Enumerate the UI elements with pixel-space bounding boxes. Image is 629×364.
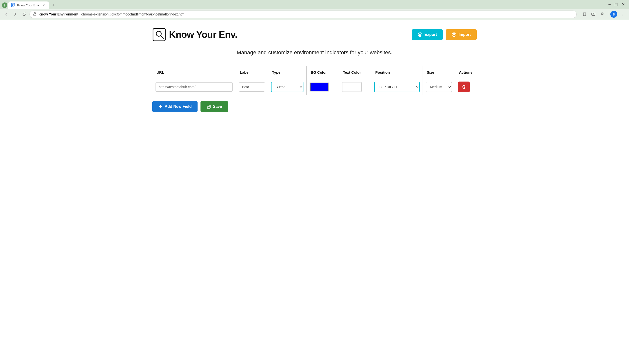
svg-rect-18	[207, 107, 210, 108]
action-buttons: Add New Field Save	[152, 101, 477, 112]
table-row: Button Banner Badge TOP RIGHT TOP LEFT B…	[153, 79, 477, 95]
tab-bar: Know Your Env. × + − □ ✕	[0, 0, 629, 9]
header-actions: Actions	[455, 66, 476, 79]
header-buttons: Export Import	[412, 29, 477, 40]
table-header-row: URL Label Type BG Color Text Color Posit…	[153, 66, 477, 79]
page-content: Know Your Env. Export Import M	[143, 20, 486, 120]
svg-rect-17	[208, 105, 209, 106]
toolbar-divider	[608, 11, 608, 17]
svg-point-6	[622, 13, 622, 13]
textcolor-cell	[339, 79, 371, 95]
export-button[interactable]: Export	[412, 29, 443, 40]
save-icon	[206, 104, 211, 109]
svg-point-5	[593, 14, 594, 15]
label-input[interactable]	[239, 82, 265, 92]
header-position: Position	[371, 66, 423, 79]
back-button[interactable]	[3, 11, 10, 18]
position-cell: TOP RIGHT TOP LEFT BOTTOM RIGHT BOTTOM L…	[371, 79, 423, 95]
browser-chrome: Know Your Env. × + − □ ✕ Know Your Envir…	[0, 0, 629, 20]
svg-line-11	[161, 36, 163, 38]
header-url: URL	[153, 66, 236, 79]
active-tab[interactable]: Know Your Env. ×	[8, 1, 49, 9]
url-input[interactable]	[156, 82, 233, 92]
export-icon	[418, 32, 423, 37]
svg-rect-3	[34, 14, 36, 16]
actions-cell	[455, 79, 476, 95]
app-logo	[152, 28, 166, 41]
forward-button[interactable]	[12, 11, 19, 18]
page-header: Know Your Env. Export Import	[152, 28, 477, 41]
size-select[interactable]: Small Medium Large	[426, 82, 452, 92]
type-cell: Button Banner Badge	[268, 79, 307, 95]
env-table: URL Label Type BG Color Text Color Posit…	[152, 66, 477, 95]
trash-icon	[462, 85, 466, 89]
import-button[interactable]: Import	[446, 29, 477, 40]
delete-button[interactable]	[458, 82, 470, 92]
tab-title: Know Your Env.	[17, 3, 39, 7]
export-label: Export	[425, 32, 437, 37]
bookmark-button[interactable]	[581, 10, 589, 18]
header-label: Label	[236, 66, 268, 79]
close-button[interactable]: ✕	[621, 2, 625, 7]
label-cell	[236, 79, 268, 95]
url-cell	[153, 79, 236, 95]
bgcolor-cell	[307, 79, 339, 95]
header-type: Type	[268, 66, 307, 79]
svg-line-2	[14, 6, 14, 6]
bgcolor-picker[interactable]	[310, 82, 329, 92]
address-text: Know Your Environment chrome-extension:/…	[39, 12, 573, 16]
page-subtitle: Manage and customize environment indicat…	[152, 49, 477, 56]
extensions-button[interactable]	[598, 10, 606, 18]
minimize-button[interactable]: −	[608, 2, 611, 7]
svg-point-7	[622, 14, 622, 14]
app-title: Know Your Env.	[169, 29, 237, 40]
svg-point-1	[13, 4, 14, 6]
screenshot-button[interactable]	[590, 10, 597, 18]
svg-point-8	[622, 15, 622, 16]
address-bar-row: Know Your Environment chrome-extension:/…	[0, 9, 629, 20]
profile-button[interactable]: B	[610, 11, 617, 18]
maximize-button[interactable]: □	[615, 2, 618, 7]
save-label: Save	[213, 104, 222, 109]
menu-button[interactable]	[618, 10, 626, 18]
toolbar-icons: B	[581, 10, 626, 18]
security-icon	[33, 12, 37, 17]
svg-rect-4	[592, 13, 595, 15]
import-icon	[452, 32, 457, 37]
type-select[interactable]: Button Banner Badge	[271, 82, 304, 92]
svg-rect-9	[153, 28, 165, 41]
position-select[interactable]: TOP RIGHT TOP LEFT BOTTOM RIGHT BOTTOM L…	[374, 82, 419, 92]
add-new-field-button[interactable]: Add New Field	[152, 101, 197, 112]
textcolor-picker[interactable]	[342, 82, 362, 92]
save-button[interactable]: Save	[200, 101, 228, 112]
size-cell: Small Medium Large	[423, 79, 455, 95]
new-tab-button[interactable]: +	[50, 2, 57, 8]
plus-icon	[158, 104, 163, 109]
logo-area: Know Your Env.	[152, 28, 237, 41]
add-new-label: Add New Field	[165, 104, 192, 109]
tab-close-button[interactable]: ×	[41, 3, 46, 7]
header-textcolor: Text Color	[339, 66, 371, 79]
reload-button[interactable]	[21, 11, 27, 18]
tab-group-indicator[interactable]	[2, 2, 7, 8]
import-label: Import	[459, 32, 471, 37]
address-bar[interactable]: Know Your Environment chrome-extension:/…	[29, 10, 577, 18]
window-controls: − □ ✕	[608, 2, 627, 8]
header-size: Size	[423, 66, 455, 79]
tab-favicon	[11, 3, 15, 7]
header-bgcolor: BG Color	[307, 66, 339, 79]
